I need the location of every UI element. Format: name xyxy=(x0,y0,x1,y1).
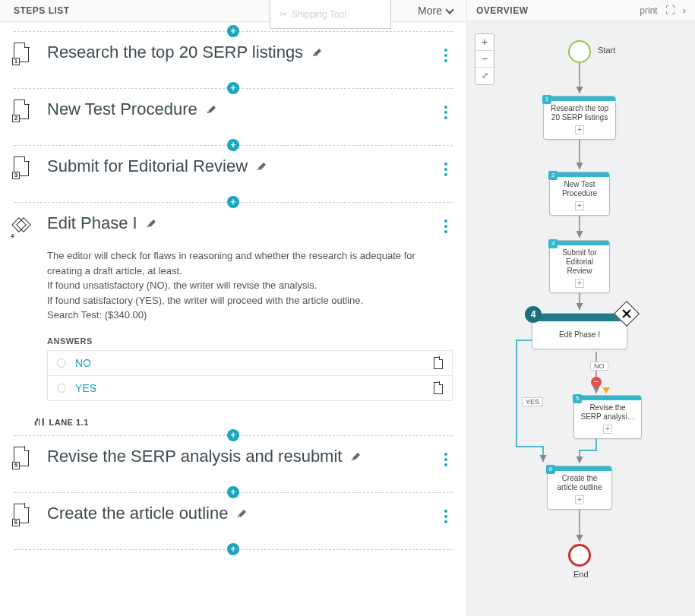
end-node[interactable] xyxy=(568,544,591,567)
step-more-menu[interactable] xyxy=(439,447,453,466)
node-number: 6 xyxy=(546,465,555,474)
triangle-down-icon xyxy=(602,387,610,393)
node-number: 1 xyxy=(542,95,551,104)
step-description: The editor will check for flaws in reaso… xyxy=(47,248,453,336)
steps-list-title: STEPS LIST xyxy=(14,5,70,16)
insert-step-divider[interactable] xyxy=(14,549,453,550)
pencil-icon[interactable] xyxy=(257,161,267,172)
lane-text: LANE 1.1 xyxy=(49,418,89,427)
step-more-menu[interactable] xyxy=(439,100,453,119)
page-icon xyxy=(434,357,443,369)
pencil-icon[interactable] xyxy=(312,47,323,58)
zoom-controls: + − ⤢ xyxy=(475,33,494,85)
page-icon: 3 xyxy=(14,156,32,178)
step-title: Submit for Editorial Review xyxy=(47,156,248,176)
flow-node-1[interactable]: 1 Research the top 20 SERP listings + xyxy=(543,96,616,140)
step-number: 6 xyxy=(12,519,20,526)
zoom-in-button[interactable]: + xyxy=(475,34,494,51)
step-row-3[interactable]: 3 Submit for Editorial Review xyxy=(0,146,466,202)
edge-label-no: NO xyxy=(590,362,608,371)
overview-title: OVERVIEW xyxy=(476,5,528,16)
answer-label: NO xyxy=(75,357,425,369)
expand-icon[interactable]: + xyxy=(603,425,612,434)
answer-option-yes[interactable]: YES xyxy=(47,375,453,401)
page-icon xyxy=(434,382,443,394)
snipping-tool-overlay: ✂ Snipping Tool xyxy=(270,0,391,29)
desc-line: If found unsatisfactory (NO), the writer… xyxy=(47,278,453,293)
expand-icon[interactable]: + xyxy=(575,201,584,210)
pencil-icon[interactable] xyxy=(351,451,362,462)
node-number: 3 xyxy=(548,239,558,248)
pencil-icon[interactable] xyxy=(237,508,248,519)
radio-icon[interactable] xyxy=(57,359,66,368)
start-label: Start xyxy=(598,46,615,55)
overview-panel: OVERVIEW print ⛶ › + − ⤢ xyxy=(467,0,695,616)
flow-node-6[interactable]: 6 Create the article outline + xyxy=(547,466,612,510)
decision-icon: 4 xyxy=(14,216,32,235)
node-label: Create the article outline xyxy=(548,471,611,494)
scissors-icon: ✂ xyxy=(280,9,287,20)
flow-node-4[interactable]: 4 Edit Phase I xyxy=(532,313,627,349)
step-row-6[interactable]: 6 Create the article outline xyxy=(0,493,466,549)
flow-node-3[interactable]: 3 Submit for Editorial Review + xyxy=(549,240,610,293)
step-more-menu[interactable] xyxy=(439,43,453,62)
edge-label-yes: YES xyxy=(522,397,543,406)
print-button[interactable]: print xyxy=(640,5,657,16)
node-label: New Test Procedure xyxy=(550,177,609,200)
step-more-menu[interactable] xyxy=(439,213,453,233)
pencil-icon[interactable] xyxy=(207,104,217,115)
step-number: 4 xyxy=(11,232,14,239)
lane-icon: ⛙ xyxy=(35,417,45,428)
step-more-menu[interactable] xyxy=(439,156,453,176)
answer-option-no[interactable]: NO xyxy=(47,350,453,376)
step-title: Create the article outline xyxy=(47,504,228,523)
page-icon: 2 xyxy=(14,100,32,121)
start-node[interactable] xyxy=(568,40,591,63)
chevron-right-icon[interactable]: › xyxy=(683,5,686,16)
step-number: 3 xyxy=(12,172,20,179)
step-number: 5 xyxy=(12,462,20,469)
step-row-4[interactable]: 4 Edit Phase I xyxy=(0,203,466,248)
step-more-menu[interactable] xyxy=(439,504,453,523)
radio-icon[interactable] xyxy=(57,384,66,393)
steps-list-header: STEPS LIST More xyxy=(0,0,466,22)
steps-list-panel: STEPS LIST More ✂ Snipping Tool 1 Resear… xyxy=(0,0,467,616)
step-title: Research the top 20 SERP listings xyxy=(47,43,303,62)
step-number: 2 xyxy=(12,115,20,122)
step-title: Edit Phase I xyxy=(47,213,137,233)
expand-icon[interactable]: + xyxy=(575,125,584,134)
expand-icon[interactable]: + xyxy=(575,279,584,288)
page-icon: 5 xyxy=(14,447,32,468)
page-icon: 6 xyxy=(14,504,32,525)
desc-line: The editor will check for flaws in reaso… xyxy=(47,248,453,278)
flow-node-5[interactable]: 5 Revise the SERP analysi… + xyxy=(573,395,642,439)
zoom-fit-button[interactable]: ⤢ xyxy=(475,68,494,84)
node-label: Research the top 20 SERP listings xyxy=(544,101,615,124)
flow-node-2[interactable]: 2 New Test Procedure + xyxy=(549,172,610,216)
pencil-icon[interactable] xyxy=(147,218,157,229)
step-row-5[interactable]: 5 Revise the SERP analysis and resubmit xyxy=(0,436,466,492)
step-title: New Test Procedure xyxy=(47,100,197,119)
step-number: 1 xyxy=(12,58,20,65)
node-number: 2 xyxy=(548,171,558,180)
node-label: Submit for Editorial Review xyxy=(550,245,609,277)
node-number: 5 xyxy=(573,394,582,403)
expand-icon[interactable]: + xyxy=(575,495,584,504)
answer-label: YES xyxy=(75,382,425,394)
answers-heading: ANSWERS xyxy=(47,336,453,346)
zoom-out-button[interactable]: − xyxy=(475,51,494,68)
more-dropdown[interactable]: More xyxy=(418,5,442,17)
node-label: Revise the SERP analysi… xyxy=(574,400,641,423)
node-number: 4 xyxy=(525,306,542,323)
fullscreen-icon[interactable]: ⛶ xyxy=(665,5,675,16)
desc-line: If found satisfactory (YES), the writer … xyxy=(47,293,453,308)
remove-icon[interactable]: − xyxy=(591,377,602,387)
snipping-tool-label: Snipping Tool xyxy=(292,9,346,20)
step-row-1[interactable]: 1 Research the top 20 SERP listings xyxy=(0,32,466,88)
step-row-2[interactable]: 2 New Test Procedure xyxy=(0,89,466,145)
chevron-down-icon[interactable] xyxy=(445,5,453,14)
flowchart-canvas[interactable]: Start 1 Research the top 20 SERP listing… xyxy=(467,21,695,616)
node-label: Edit Phase I xyxy=(532,321,627,349)
overview-header: OVERVIEW print ⛶ › xyxy=(467,0,695,21)
step-title: Revise the SERP analysis and resubmit xyxy=(47,447,342,466)
